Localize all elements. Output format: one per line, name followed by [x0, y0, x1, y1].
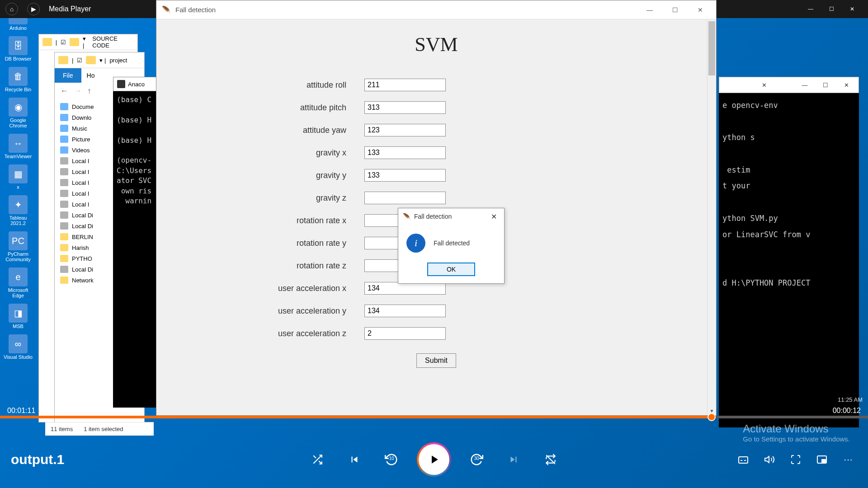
progress-thumb[interactable]: [708, 413, 716, 421]
skip-forward-button[interactable]: 30: [467, 450, 486, 469]
doc-icon: [60, 146, 68, 154]
window-controls: — ☐ ✕: [800, 0, 863, 18]
feather-icon: 🪶: [403, 213, 410, 220]
scrollbar-thumb[interactable]: [708, 21, 715, 75]
drive-icon: [60, 222, 68, 230]
home-icon[interactable]: ⌂: [5, 3, 18, 15]
desktop-icon-tableau[interactable]: ✦Tableau 2021.2: [2, 194, 34, 227]
field-input-gravity-y[interactable]: [364, 169, 446, 182]
more-button[interactable]: ⋯: [839, 450, 857, 469]
console-minimize-icon[interactable]: —: [795, 78, 814, 92]
console-close-icon[interactable]: ✕: [755, 78, 774, 92]
field-label: attitude yaw: [184, 126, 346, 135]
field-input-attitude-pitch[interactable]: [364, 101, 446, 114]
folder-icon: [70, 38, 79, 46]
anaconda-console-body[interactable]: (base) C (base) H (base) H (opencv- C:\U…: [113, 91, 158, 408]
subtitle-button[interactable]: [734, 450, 752, 469]
home-tab[interactable]: Ho: [81, 68, 100, 83]
submit-button[interactable]: Submit: [416, 353, 456, 368]
tkinter-titlebar[interactable]: 🪶 Fall detection — ☐ ✕: [156, 0, 716, 19]
svg-rect-3: [822, 460, 826, 462]
repeat-button[interactable]: [541, 450, 561, 469]
sidebar-item-label: Local Di: [72, 266, 93, 273]
field-input-gravity-z[interactable]: [364, 192, 446, 204]
recyclebin-icon: 🗑: [9, 67, 28, 86]
field-input-user-acceleration-y[interactable]: [364, 305, 446, 317]
tk-minimize-button[interactable]: —: [639, 0, 660, 19]
desktop-icon-recyclebin[interactable]: 🗑Recycle Bin: [2, 66, 34, 93]
desktop-icon-chrome[interactable]: ◉Google Chrome: [2, 97, 34, 129]
sidebar-item-label: PYTHO: [72, 255, 92, 262]
shuffle-button[interactable]: [307, 450, 327, 469]
back-arrow-icon[interactable]: ←: [60, 86, 68, 96]
file-tab[interactable]: File: [55, 68, 81, 83]
form-row: attitude yaw: [184, 124, 689, 136]
maximize-button[interactable]: ☐: [821, 0, 842, 18]
checkbox-icon[interactable]: ☑: [77, 57, 82, 64]
svg-rect-1: [739, 457, 748, 463]
desktop-icon-visualstudio[interactable]: ∞Visual Studio: [2, 333, 34, 361]
forward-arrow-icon[interactable]: →: [74, 86, 82, 96]
dialog-close-button[interactable]: ✕: [488, 211, 500, 222]
desktop-icon-msb[interactable]: ◨MSB: [2, 303, 34, 330]
desktop-icon-pycharm[interactable]: PCPyCharm Community: [2, 230, 34, 263]
miniplayer-button[interactable]: [813, 450, 831, 469]
field-input-user-acceleration-x[interactable]: [364, 282, 446, 295]
folder-icon: [60, 244, 68, 251]
dialog-actions: OK: [398, 258, 504, 283]
desktop-icon-label: DB Browser: [5, 56, 32, 61]
console-close2-icon[interactable]: ✕: [837, 78, 856, 92]
play-title-icon[interactable]: ▶: [27, 3, 40, 15]
desktop-icon-dbbrowser[interactable]: 🗄DB Browser: [2, 35, 34, 62]
console-maximize-icon[interactable]: ☐: [816, 78, 835, 92]
progress-bar[interactable]: [0, 416, 868, 418]
field-label: gravity y: [184, 171, 346, 180]
sidebar-item-label: Music: [72, 125, 87, 132]
close-button[interactable]: ✕: [842, 0, 863, 18]
desktop-icon-teamviewer[interactable]: ↔TeamViewer: [2, 133, 34, 160]
drive-icon: [60, 190, 68, 197]
minimize-button[interactable]: —: [800, 0, 821, 18]
volume-button[interactable]: [760, 450, 778, 469]
status-selection: 1 item selected: [84, 426, 123, 432]
skip-back-button[interactable]: 10: [382, 450, 401, 469]
desktop-icons-column: ∞Arduino 🗄DB Browser 🗑Recycle Bin ◉Googl…: [2, 5, 34, 361]
field-input-attitude-yaw[interactable]: [364, 124, 446, 136]
dialog-titlebar[interactable]: 🪶 Fall detection ✕: [398, 208, 504, 225]
right-console-header[interactable]: ✕ — ☐ ✕: [719, 77, 859, 93]
tk-maximize-button[interactable]: ☐: [665, 0, 685, 19]
doc-icon: [60, 114, 68, 121]
tk-close-button[interactable]: ✕: [690, 0, 711, 19]
desktop-icon-label: Tableau 2021.2: [3, 215, 33, 226]
feather-icon: 🪶: [162, 5, 171, 14]
field-label: user acceleration z: [184, 329, 346, 338]
previous-button[interactable]: [344, 450, 364, 469]
desktop-icon-edge[interactable]: eMicrosoft Edge: [2, 267, 34, 299]
checkbox-icon[interactable]: ☑: [61, 39, 66, 46]
play-button[interactable]: [419, 444, 449, 475]
msb-icon: ◨: [9, 304, 28, 323]
right-console-body[interactable]: e opencv-env ython s estim t your ython …: [719, 93, 859, 427]
system-tray[interactable]: 11:25 AM: [838, 396, 863, 404]
ok-button[interactable]: OK: [427, 263, 475, 276]
anaconda-console-header[interactable]: Anaco: [113, 77, 158, 91]
sidebar-item-label: Local I: [72, 158, 89, 164]
field-input-user-acceleration-z[interactable]: [364, 327, 446, 340]
desktop-icon-x[interactable]: ▦x: [2, 164, 34, 191]
console-title: Anaco: [128, 81, 145, 88]
next-button[interactable]: [504, 450, 524, 469]
up-arrow-icon[interactable]: ↑: [87, 86, 91, 96]
tray-time: 11:25 AM: [838, 396, 863, 404]
field-label: user acceleration y: [184, 306, 346, 316]
pycharm-icon: PC: [9, 231, 28, 250]
sidebar-item-label: Network: [72, 277, 94, 284]
explorer-statusbar: 11 items 1 item selected: [45, 422, 154, 436]
doc-icon: [60, 125, 68, 132]
field-input-gravity-x[interactable]: [364, 146, 446, 159]
field-label: rotation rate y: [184, 239, 346, 248]
sidebar-item-label: Local I: [72, 201, 89, 208]
vertical-scrollbar[interactable]: ▲ ▼: [707, 19, 716, 415]
form-row: gravity x: [184, 146, 689, 159]
field-input-attitude-roll[interactable]: [364, 79, 446, 91]
fullscreen-button[interactable]: [787, 450, 805, 469]
